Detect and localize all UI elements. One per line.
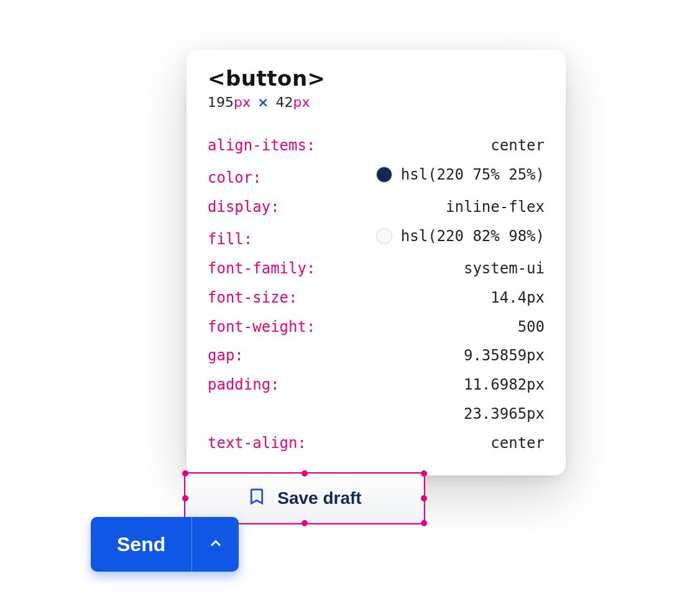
prop-name: color:	[208, 163, 262, 193]
prop-name: text-align:	[208, 429, 306, 458]
css-inspector-tooltip: <button> 195px × 42px align-items: cente…	[187, 50, 566, 475]
prop-value: 11.6982px 23.3965px	[464, 370, 545, 429]
prop-value: 500	[518, 313, 545, 342]
prop-value: inline-flex	[446, 193, 545, 222]
prop-value: hsl(220 75% 25%)	[376, 160, 545, 190]
prop-name: font-size:	[208, 283, 298, 313]
prop-value-line1: 11.6982px	[464, 370, 545, 400]
prop-font-size: font-size: 14.4px	[208, 283, 545, 313]
prop-value: center	[490, 429, 545, 458]
dim-width-unit: px	[234, 94, 251, 110]
send-split-button: Send	[91, 517, 239, 572]
prop-value: center	[490, 131, 545, 160]
prop-color: color: hsl(220 75% 25%)	[208, 160, 545, 193]
prop-name: align-items:	[208, 131, 315, 160]
prop-display: display: inline-flex	[208, 193, 545, 222]
prop-name: font-family:	[208, 254, 315, 283]
prop-value-text: hsl(220 82% 98%)	[401, 222, 545, 251]
prop-value-line2: 23.3965px	[464, 400, 545, 429]
send-button[interactable]: Send	[91, 517, 191, 572]
prop-name: font-weight:	[208, 313, 315, 342]
prop-name: fill:	[208, 225, 252, 254]
inspector-element-tag: <button>	[208, 66, 545, 91]
prop-name: gap:	[208, 341, 244, 370]
inspector-dimensions: 195px × 42px	[208, 94, 545, 110]
prop-text-align: text-align: center	[208, 429, 545, 458]
save-draft-label: Save draft	[277, 488, 361, 508]
send-label: Send	[117, 533, 165, 556]
prop-gap: gap: 9.35859px	[208, 341, 545, 370]
chevron-up-icon	[208, 536, 223, 553]
prop-align-items: align-items: center	[208, 131, 545, 160]
prop-font-weight: font-weight: 500	[208, 313, 545, 342]
prop-value: 14.4px	[490, 283, 545, 313]
color-swatch-icon	[376, 167, 392, 183]
prop-padding: padding: 11.6982px 23.3965px	[208, 370, 545, 429]
prop-value: system-ui	[464, 254, 545, 283]
prop-name: display:	[208, 193, 280, 222]
save-draft-button[interactable]: Save draft	[185, 473, 424, 523]
prop-value-text: hsl(220 75% 25%)	[401, 160, 545, 190]
inspector-properties: align-items: center color: hsl(220 75% 2…	[208, 131, 545, 458]
prop-value: hsl(220 82% 98%)	[376, 222, 545, 251]
dim-separator: ×	[255, 94, 271, 110]
prop-fill: fill: hsl(220 82% 98%)	[208, 222, 545, 254]
dim-width: 195	[208, 94, 234, 110]
dim-height-unit: px	[293, 94, 310, 110]
send-dropdown-toggle[interactable]	[191, 517, 239, 572]
bookmark-icon	[247, 487, 266, 510]
dim-height: 42	[275, 94, 293, 110]
prop-name: padding:	[208, 370, 280, 400]
prop-value: 9.35859px	[464, 341, 545, 370]
prop-font-family: font-family: system-ui	[208, 254, 545, 283]
color-swatch-icon	[376, 228, 392, 244]
